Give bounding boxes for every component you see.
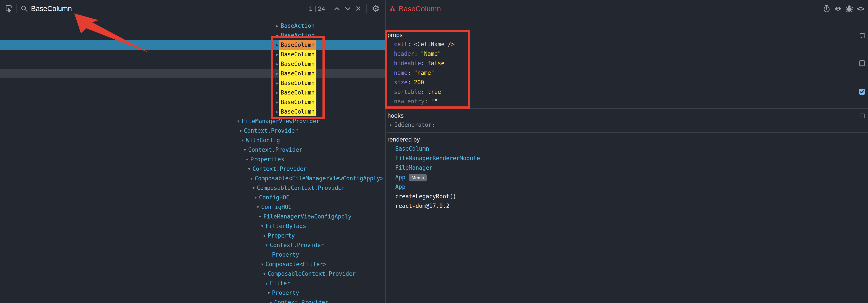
- tree-row[interactable]: FileManagerViewProvider: [0, 116, 385, 126]
- next-match-button[interactable]: [344, 6, 351, 11]
- component-name[interactable]: Context.Provider: [243, 126, 300, 135]
- tree-row[interactable]: Property: [0, 250, 385, 260]
- owner-name[interactable]: createLegacyRoot(): [395, 193, 456, 200]
- component-name[interactable]: Context.Provider: [251, 164, 308, 174]
- clear-search-button[interactable]: ×: [354, 0, 363, 17]
- tree-row[interactable]: WithConfig: [0, 135, 385, 145]
- component-name[interactable]: Filter: [269, 278, 292, 288]
- component-name[interactable]: ConfigHOC: [258, 193, 291, 202]
- tree-row[interactable]: FilterByTags: [0, 221, 385, 231]
- prop-value[interactable]: "name": [414, 69, 434, 76]
- prop-value[interactable]: false: [428, 60, 444, 66]
- prop-row: hideable:false: [386, 59, 868, 68]
- component-name[interactable]: Properties: [249, 155, 286, 164]
- tree-row[interactable]: Context.Provider: [0, 164, 385, 174]
- component-name[interactable]: FilterByTags: [264, 221, 308, 231]
- tree-row[interactable]: FileManagerViewConfigApply: [0, 212, 385, 221]
- component-name[interactable]: BaseColumn: [279, 40, 316, 50]
- tree-row[interactable]: BaseAction: [0, 31, 385, 40]
- tree-row[interactable]: Filter: [0, 278, 385, 288]
- component-name[interactable]: ComposableContext.Provider: [267, 269, 358, 278]
- tree-row[interactable]: Context.Provider: [0, 240, 385, 250]
- tree-row[interactable]: ConfigHOC: [0, 193, 385, 202]
- tree-row[interactable]: Context.Provider: [0, 298, 385, 303]
- toolbar-divider: [330, 4, 330, 13]
- component-name[interactable]: ConfigHOC: [260, 202, 293, 212]
- tree-row[interactable]: Property: [0, 288, 385, 298]
- component-name[interactable]: ComposableContext.Provider: [255, 183, 347, 193]
- tree-row[interactable]: BaseColumn: [0, 107, 385, 116]
- tree-row[interactable]: Composable<Filter>: [0, 260, 385, 269]
- owner-name[interactable]: BaseColumn: [395, 145, 429, 152]
- prop-value[interactable]: 200: [414, 79, 424, 86]
- component-name[interactable]: FileManagerViewProvider: [240, 116, 321, 126]
- previous-match-button[interactable]: [333, 6, 341, 11]
- component-name[interactable]: Context.Provider: [273, 298, 330, 303]
- settings-gear-icon[interactable]: ⚙: [371, 0, 381, 17]
- component-name[interactable]: BaseColumn: [279, 69, 316, 78]
- tree-row[interactable]: BaseColumn: [0, 50, 385, 59]
- component-name[interactable]: BaseColumn: [279, 97, 316, 107]
- prop-value[interactable]: <CellName />: [414, 41, 455, 48]
- owner-name[interactable]: App: [395, 184, 405, 190]
- tree-row[interactable]: BaseColumn: [0, 40, 385, 50]
- inspect-element-icon[interactable]: [5, 5, 12, 12]
- tree-row[interactable]: Context.Provider: [0, 126, 385, 135]
- component-name[interactable]: BaseColumn: [279, 88, 316, 97]
- prop-checkbox-unchecked[interactable]: [859, 60, 865, 66]
- tree-row[interactable]: BaseColumn: [0, 78, 385, 88]
- hook-row[interactable]: ▸IdGenerator:: [386, 120, 868, 130]
- component-name[interactable]: BaseAction: [279, 31, 316, 40]
- tree-row[interactable]: ConfigHOC: [0, 202, 385, 212]
- rendered-by-row: BaseColumn: [386, 144, 868, 153]
- search-input[interactable]: BaseColumn: [31, 0, 72, 17]
- inspect-dom-eye-icon[interactable]: [834, 5, 842, 12]
- view-source-code-icon[interactable]: <>: [857, 5, 864, 12]
- component-name[interactable]: Context.Provider: [247, 145, 304, 155]
- component-name[interactable]: BaseColumn: [279, 50, 316, 59]
- tree-row[interactable]: BaseColumn: [0, 59, 385, 69]
- prop-checkbox-checked[interactable]: [859, 89, 865, 95]
- expand-arrow-icon[interactable]: ▸: [390, 120, 394, 130]
- component-name[interactable]: Property: [267, 231, 297, 240]
- rendered-by-row: FileManager: [386, 163, 868, 173]
- component-name[interactable]: Property: [271, 250, 301, 260]
- prop-value[interactable]: true: [428, 89, 441, 95]
- prop-key: header: [394, 51, 414, 57]
- prop-row: cell:<CellName />: [386, 39, 868, 49]
- tree-row[interactable]: Properties: [0, 155, 385, 164]
- tree-row[interactable]: Composable<FileManagerViewConfigApply>: [0, 174, 385, 183]
- prop-value[interactable]: "": [431, 98, 438, 105]
- component-name[interactable]: Property: [271, 288, 301, 298]
- owner-name[interactable]: react-dom@17.0.2: [395, 203, 450, 209]
- suspense-stopwatch-icon[interactable]: [823, 5, 830, 12]
- component-name[interactable]: Composable<FileManagerViewConfigApply>: [253, 174, 385, 183]
- tree-row[interactable]: ComposableContext.Provider: [0, 183, 385, 193]
- owner-name[interactable]: FileManager: [395, 164, 433, 171]
- prop-value[interactable]: "Name": [421, 51, 441, 57]
- tree-row[interactable]: Property: [0, 231, 385, 240]
- component-name[interactable]: BaseColumn: [279, 78, 316, 88]
- tree-row[interactable]: BaseColumn: [0, 88, 385, 97]
- tree-row[interactable]: BaseColumn: [0, 97, 385, 107]
- log-to-console-bug-icon[interactable]: [845, 5, 853, 12]
- copy-hooks-icon[interactable]: [860, 114, 865, 118]
- component-name[interactable]: BaseColumn: [279, 107, 316, 116]
- tree-row[interactable]: BaseAction: [0, 21, 385, 31]
- owner-name[interactable]: FileManagerRendererModule: [395, 155, 480, 161]
- component-name[interactable]: WithConfig: [245, 135, 282, 145]
- copy-props-icon[interactable]: [860, 33, 865, 38]
- search-result-count: 1 | 24: [282, 0, 325, 17]
- tree-row[interactable]: ComposableContext.Provider: [0, 269, 385, 278]
- component-name[interactable]: BaseColumn: [279, 59, 316, 69]
- component-name[interactable]: Composable<Filter>: [264, 260, 328, 269]
- owner-name[interactable]: App: [395, 174, 405, 181]
- component-name[interactable]: Context.Provider: [269, 240, 326, 250]
- tree-row[interactable]: Context.Provider: [0, 145, 385, 155]
- component-name[interactable]: FileManagerViewConfigApply: [262, 212, 353, 221]
- hooks-section: hooks ▸IdGenerator:: [386, 109, 868, 132]
- toolbar: BaseColumn 1 | 24 × ⚙ BaseColumn: [0, 0, 868, 17]
- component-name[interactable]: BaseAction: [279, 21, 316, 31]
- hooks-section-label: hooks: [388, 112, 868, 120]
- tree-row[interactable]: BaseColumn: [0, 69, 385, 78]
